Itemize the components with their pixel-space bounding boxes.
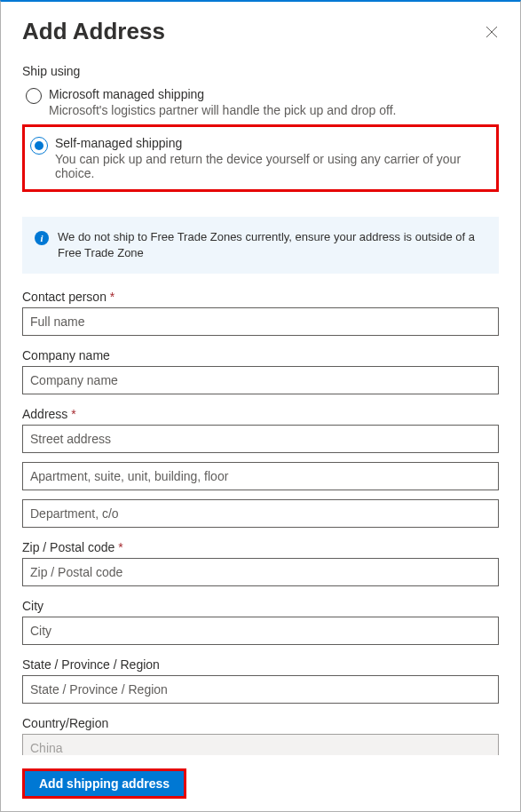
- city-label: City: [22, 599, 499, 613]
- apartment-input[interactable]: [22, 462, 499, 490]
- contact-person-label: Contact person *: [22, 290, 499, 304]
- zip-input[interactable]: [22, 558, 499, 586]
- city-input[interactable]: [22, 617, 499, 645]
- company-name-label: Company name: [22, 348, 499, 362]
- address-label: Address *: [22, 407, 499, 421]
- form-scroll-area[interactable]: Ship using Microsoft managed shipping Mi…: [1, 53, 520, 760]
- ship-using-label: Ship using: [22, 64, 499, 78]
- radio-label: Self-managed shipping: [55, 136, 491, 150]
- zip-label: Zip / Postal code *: [22, 540, 499, 554]
- radio-description: You can pick up and return the device yo…: [55, 152, 491, 180]
- radio-microsoft-managed[interactable]: Microsoft managed shipping Microsoft's l…: [22, 84, 499, 121]
- radio-self-managed[interactable]: Self-managed shipping You can pick up an…: [22, 124, 499, 192]
- state-input[interactable]: [22, 675, 499, 704]
- info-text: We do not ship to Free Trade Zones curre…: [58, 229, 486, 261]
- radio-description: Microsoft's logistics partner will handl…: [49, 103, 495, 117]
- radio-circle-icon[interactable]: [26, 88, 42, 104]
- close-icon: [485, 26, 498, 38]
- page-title: Add Address: [22, 18, 165, 45]
- info-banner: i We do not ship to Free Trade Zones cur…: [22, 217, 499, 274]
- street-address-input[interactable]: [22, 425, 499, 453]
- contact-person-input[interactable]: [22, 307, 499, 336]
- department-input[interactable]: [22, 499, 499, 528]
- close-button[interactable]: [485, 25, 499, 39]
- company-name-input[interactable]: [22, 366, 499, 394]
- country-label: Country/Region: [22, 716, 499, 730]
- state-label: State / Province / Region: [22, 657, 499, 672]
- radio-circle-icon[interactable]: [30, 137, 48, 155]
- add-shipping-address-button[interactable]: Add shipping address: [22, 768, 186, 799]
- info-icon: i: [35, 231, 49, 245]
- radio-label: Microsoft managed shipping: [49, 87, 495, 101]
